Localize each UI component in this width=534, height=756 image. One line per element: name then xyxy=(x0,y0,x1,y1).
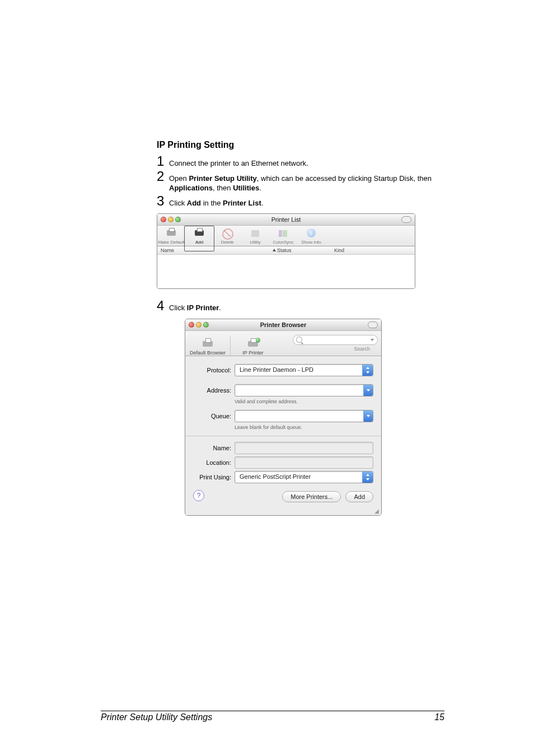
queue-row: Queue: xyxy=(193,410,373,422)
list-body[interactable] xyxy=(157,255,415,288)
protocol-row: Protocol: Line Printer Daemon - LPD xyxy=(193,364,373,376)
info-icon xyxy=(305,228,317,239)
step-3-num: 3 xyxy=(157,194,169,208)
page-footer: Printer Setup Utility Settings 15 xyxy=(101,711,444,722)
step-2-text: Open Printer Setup Utility, which can be… xyxy=(169,170,444,193)
dropdown-arrows-icon xyxy=(362,472,373,483)
footer-title: Printer Setup Utility Settings xyxy=(101,712,212,722)
browser-title: Printer Browser xyxy=(185,321,381,328)
printer-browser-window: Printer Browser Default Browser IP Print… xyxy=(185,319,382,516)
make-default-button[interactable]: Make Default xyxy=(157,227,185,246)
utility-button[interactable]: Utility xyxy=(241,227,269,246)
show-info-button[interactable]: Show Info xyxy=(297,227,325,246)
s2-m1: , which can be accessed by clicking Star… xyxy=(257,174,432,183)
step-4: 4 Click IP Printer. xyxy=(157,299,444,313)
s4-suffix: . xyxy=(219,304,221,312)
colorsync-icon xyxy=(277,228,289,239)
sort-asc-icon xyxy=(273,249,276,251)
s2-prefix: Open xyxy=(169,174,189,183)
resize-handle-icon[interactable]: ◢ xyxy=(185,508,381,515)
colorsync-button[interactable]: ColorSync xyxy=(269,227,297,246)
browser-form: Protocol: Line Printer Daemon - LPD Addr… xyxy=(185,356,381,491)
window-title: Printer List xyxy=(157,216,415,223)
s3-m1: in the xyxy=(201,199,223,207)
step-2-num: 2 xyxy=(157,170,169,183)
toolbar-toggle-icon[interactable] xyxy=(368,321,378,328)
step-4-num: 4 xyxy=(157,299,169,312)
step-3: 3 Click Add in the Printer List. xyxy=(157,194,444,208)
button-row: ? More Printers... Add xyxy=(185,491,381,508)
s3-prefix: Click xyxy=(169,199,187,207)
delete-label: Delete xyxy=(213,240,241,245)
browser-toolbar: Default Browser IP Printer Search xyxy=(185,331,381,356)
s2-b2: Applications xyxy=(169,184,213,192)
show-info-label: Show Info xyxy=(297,240,325,245)
print-using-value: Generic PostScript Printer xyxy=(240,473,311,480)
print-using-select[interactable]: Generic PostScript Printer xyxy=(235,471,373,483)
printer-list-window: Printer List Make Default Add Delete Uti… xyxy=(157,213,415,289)
address-label: Address: xyxy=(193,387,235,394)
address-input[interactable] xyxy=(235,384,373,396)
printer-icon xyxy=(200,338,215,349)
utility-icon xyxy=(249,228,261,239)
tab-ip-printer[interactable]: IP Printer xyxy=(231,336,275,356)
search-label: Search xyxy=(293,345,377,353)
step-1: 1 Connect the printer to an Ethernet net… xyxy=(157,155,444,169)
name-input[interactable] xyxy=(235,442,373,454)
s2-b1: Printer Setup Utility xyxy=(189,174,256,183)
s3-b1: Add xyxy=(187,199,201,207)
chevron-down-icon xyxy=(363,410,373,422)
queue-input[interactable] xyxy=(235,410,373,422)
ip-printer-icon xyxy=(246,338,260,349)
browser-titlebar: Printer Browser xyxy=(185,319,381,331)
printer-icon xyxy=(165,228,177,239)
toolbar: Make Default Add Delete Utility ColorSyn… xyxy=(157,226,415,246)
queue-hint: Leave blank for default queue. xyxy=(235,424,373,430)
location-label: Location: xyxy=(193,459,235,466)
utility-label: Utility xyxy=(241,240,269,245)
step-3-text: Click Add in the Printer List. xyxy=(169,194,263,208)
col-name[interactable]: Name xyxy=(157,248,273,253)
stop-icon xyxy=(221,228,233,239)
tab-default-browser[interactable]: Default Browser xyxy=(185,336,230,356)
name-row: Name: xyxy=(193,442,373,454)
location-input[interactable] xyxy=(235,456,373,469)
chevron-down-icon xyxy=(371,339,374,341)
section-heading: IP Printing Setting xyxy=(157,140,444,150)
step-2: 2 Open Printer Setup Utility, which can … xyxy=(157,170,444,193)
protocol-value: Line Printer Daemon - LPD xyxy=(240,366,313,373)
help-button[interactable]: ? xyxy=(193,490,204,501)
s3-suffix: . xyxy=(261,199,264,207)
add-button[interactable]: Add xyxy=(185,227,213,246)
dropdown-arrows-icon xyxy=(362,365,373,376)
search-icon xyxy=(296,337,302,343)
name-label: Name: xyxy=(193,445,235,451)
address-hint: Valid and complete address. xyxy=(235,399,373,404)
tab-ip-label: IP Printer xyxy=(231,350,275,356)
search-input[interactable] xyxy=(293,335,378,345)
s3-b2: Printer List xyxy=(223,199,261,207)
s2-suffix: . xyxy=(259,184,261,192)
step-4-text: Click IP Printer. xyxy=(169,299,221,313)
col-status-label: Status xyxy=(277,248,292,253)
col-kind[interactable]: Kind xyxy=(334,248,415,253)
add-button[interactable]: Add xyxy=(345,491,373,502)
chevron-down-icon xyxy=(363,385,373,396)
step-1-text: Connect the printer to an Ethernet netwo… xyxy=(169,155,308,169)
col-status[interactable]: Status xyxy=(273,248,334,253)
address-row: Address: xyxy=(193,384,373,396)
search-group: Search xyxy=(293,335,377,353)
step-1-num: 1 xyxy=(157,155,169,168)
toolbar-toggle-icon[interactable] xyxy=(401,216,411,223)
page-number: 15 xyxy=(434,712,444,722)
print-using-label: Print Using: xyxy=(193,474,235,480)
more-printers-button[interactable]: More Printers... xyxy=(282,491,341,502)
protocol-select[interactable]: Line Printer Daemon - LPD xyxy=(235,364,373,376)
s4-b1: IP Printer xyxy=(187,304,219,312)
protocol-label: Protocol: xyxy=(193,367,235,374)
delete-button[interactable]: Delete xyxy=(213,227,241,246)
tab-default-label: Default Browser xyxy=(185,350,230,356)
titlebar: Printer List xyxy=(157,214,415,226)
divider xyxy=(185,436,381,436)
add-printer-icon xyxy=(193,228,205,239)
